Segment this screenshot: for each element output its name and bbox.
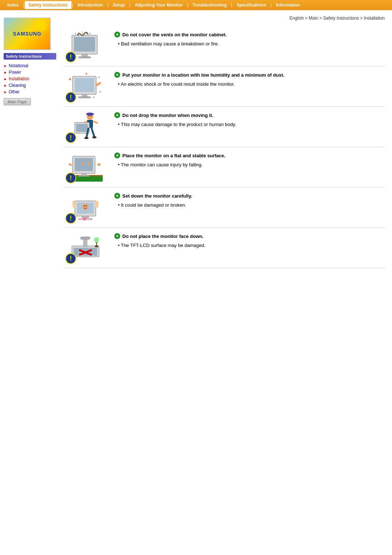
svg-rect-53 [81,237,90,239]
sidebar-item-installation[interactable]: ► Installation [4,76,56,82]
sidebar-item-power[interactable]: ► Power [4,69,56,76]
svg-point-45 [86,206,87,207]
svg-point-32 [92,136,97,138]
instruction-bullets-5: It could be damaged or broken. [114,202,385,208]
svg-point-49 [83,218,86,220]
instruction-section-5: ! Set down the monitor carefully. It cou… [64,187,385,228]
instruction-heading-1: Do not cover the vents on the monitor ca… [122,32,226,37]
svg-rect-23 [87,113,93,115]
instruction-bullets-6: The TFT-LCD surface may be damaged. [114,242,385,249]
sidebar-item-cleaning[interactable]: ► Cleaning [4,82,56,89]
nav-sep-7: | [270,3,272,8]
instruction-heading-4: Place the monitor on a flat and stable s… [122,153,225,158]
svg-rect-1 [74,37,95,52]
instruction-bullet-5-1: It could be damaged or broken. [118,202,385,208]
breadcrumb: English > Main > Safety Instructions > I… [64,16,385,21]
instruction-title-1: Do not cover the vents on the monitor ca… [114,32,385,37]
main-page-button[interactable]: Main Page [4,98,31,105]
warning-badge-1: ! [65,52,76,62]
svg-point-14 [93,97,94,98]
nav-adjust[interactable]: Adjusting Your Monitor [131,1,186,9]
sidebar-label-notational: Notational [9,63,28,68]
svg-point-13 [85,73,87,75]
svg-rect-28 [76,124,88,132]
instruction-text-6: Do not place the monitor face down. The … [114,233,385,249]
sidebar: SAMSUNG Safety Instructions ► Notational… [0,14,60,275]
nav-intro[interactable]: Introduction [74,1,107,9]
main-container: SAMSUNG Safety Instructions ► Notational… [0,10,392,275]
sidebar-label-other: Other [9,89,20,94]
svg-point-12 [98,77,100,78]
svg-point-36 [87,162,90,165]
instruction-bullet-4-1: The monitor can cause injury by falling. [118,161,385,168]
nav-safety[interactable]: Safety Instructions [25,1,71,9]
warning-badge-5: ! [65,213,76,224]
warning-badge-2: ! [65,92,76,103]
instruction-bullet-6-1: The TFT-LCD surface may be damaged. [118,242,385,249]
svg-point-44 [83,206,85,207]
sidebar-item-notational[interactable]: ► Notational [4,62,56,69]
svg-rect-17 [82,94,87,97]
warning-badge-3: ! [65,132,76,143]
arrow-icon-cleaning: ► [4,84,7,88]
instruction-section-3: ! Do not drop the monitor when moving it… [64,107,385,147]
instruction-text-3: Do not drop the monitor when moving it. … [114,112,385,128]
nav-sep-3: | [107,3,109,8]
instruction-bullet-1-1: Bad ventilation may cause a breakdown or… [118,40,385,47]
svg-point-11 [69,78,71,80]
instruction-text-5: Set down the monitor carefully. It could… [114,193,385,208]
svg-rect-38 [82,174,86,175]
content-area: English > Main > Safety Instructions > I… [60,14,392,275]
nav-sep-4: | [128,3,131,8]
warning-badge-6: ! [65,253,76,264]
instruction-heading-2: Put your monitor in a location with low … [122,72,284,78]
sidebar-logo: SAMSUNG [4,17,51,50]
instruction-text-2: Put your monitor in a location with low … [114,72,385,88]
instruction-section-6: ! Do not place the monitor face down. Th… [64,228,385,268]
sidebar-item-other[interactable]: ► Other [4,89,56,95]
instruction-image-4: ! [64,153,107,182]
svg-line-26 [93,121,98,123]
sidebar-label-installation: Installation [9,76,29,81]
instruction-bullets-2: An electric shock or fire could result i… [114,81,385,88]
instruction-image-6: ! [64,233,107,262]
sidebar-label-power: Power [9,70,21,75]
arrow-icon-installation: ► [4,77,7,81]
instruction-image-5: ! [64,193,107,222]
sun-decoration [36,20,46,31]
green-dot-icon-5 [114,193,120,199]
arrow-icon-other: ► [4,90,7,94]
svg-point-31 [84,137,89,139]
arrow-icon-notational: ► [4,64,7,68]
instruction-title-5: Set down the monitor carefully. [114,193,385,199]
svg-point-58 [95,245,98,247]
instruction-image-1: ! [64,32,107,61]
instruction-heading-5: Set down the monitor carefully. [122,193,192,199]
sidebar-label-cleaning: Cleaning [9,83,26,88]
green-dot-icon-4 [114,153,120,158]
nav-sep-5: | [186,3,189,8]
instruction-title-3: Do not drop the monitor when moving it. [114,112,385,118]
instruction-text-4: Place the monitor on a flat and stable s… [114,153,385,168]
instruction-bullets-1: Bad ventilation may cause a breakdown or… [114,40,385,47]
instruction-title-6: Do not place the monitor face down. [114,233,385,239]
nav-index[interactable]: Index [4,1,22,9]
svg-point-35 [82,162,84,165]
svg-point-21 [90,116,91,117]
nav-trouble[interactable]: Troubleshooting [189,1,230,9]
svg-rect-52 [83,239,87,247]
green-dot-icon-2 [114,72,120,78]
brand-logo: SAMSUNG [13,31,42,37]
nav-specs[interactable]: Specifications [233,1,270,9]
nav-setup[interactable]: Setup [109,1,128,9]
arrow-icon-power: ► [4,70,7,74]
svg-line-30 [91,128,94,137]
instruction-title-4: Place the monitor on a flat and stable s… [114,153,385,158]
nav-bar: Index | Safety Instructions | Introducti… [0,0,392,10]
instruction-bullets-4: The monitor can cause injury by falling. [114,161,385,168]
svg-point-16 [99,91,101,93]
warning-badge-4: ! [65,173,76,183]
instruction-heading-3: Do not drop the monitor when moving it. [122,113,213,118]
instruction-bullet-2-1: An electric shock or fire could result i… [118,81,385,88]
nav-info[interactable]: Information [272,1,303,9]
